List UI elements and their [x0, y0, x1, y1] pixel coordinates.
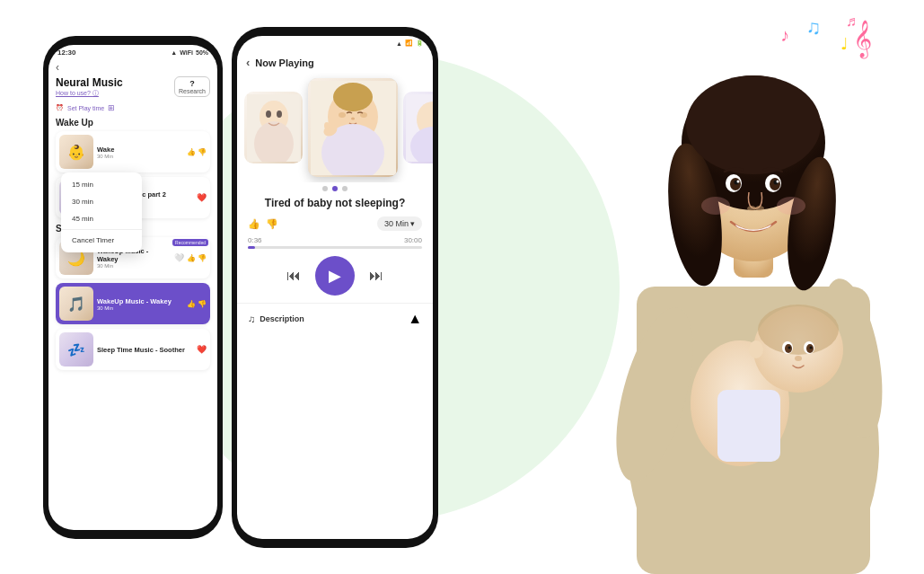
thumbup-sleep1[interactable]: 👍: [187, 254, 196, 262]
svg-point-13: [324, 122, 330, 129]
dropdown-item-15[interactable]: 15 min: [61, 176, 142, 193]
music-note-2: ♫: [806, 16, 822, 40]
track-info-sleep3: Sleep Time Music - Soother: [93, 346, 197, 354]
svg-point-48: [795, 356, 802, 361]
dot-3: [342, 186, 348, 191]
chevron-down-icon: ▾: [410, 219, 415, 228]
svg-rect-50: [717, 390, 780, 462]
album-art-main: [308, 78, 398, 177]
description-row[interactable]: ♫ Description ▲: [237, 303, 433, 331]
track-actions-selected: 👍 👎: [187, 300, 207, 308]
progress-row: 0:36 30:00: [237, 234, 433, 251]
how-to-use-link[interactable]: How to use? ⓘ: [56, 89, 123, 98]
section-wakeup: Wake Up: [56, 118, 210, 128]
thumbup-selected[interactable]: 👍: [187, 300, 196, 308]
current-time: 0:36: [248, 236, 262, 244]
heart-icon-sleep3[interactable]: ❤️: [197, 345, 207, 354]
time-labels: 0:36 30:00: [248, 236, 422, 244]
status-bar-left: 12:30 ▲ WiFi 50%: [48, 45, 217, 58]
dropdown-item-30[interactable]: 30 min: [61, 193, 142, 210]
track-thumb-1: 👶: [59, 135, 93, 169]
thumbdown-icon-1[interactable]: 👎: [198, 148, 207, 156]
heart-icon-2[interactable]: ❤️: [197, 193, 207, 202]
mother-svg: [583, 17, 924, 574]
progress-bar[interactable]: [248, 246, 422, 249]
recommended-badge: Recommended: [172, 239, 208, 246]
right-phone-screen: ▲ 📶 🔋 ‹ Now Playing: [237, 36, 433, 539]
svg-point-38: [777, 197, 805, 215]
track-card-sleep3[interactable]: 💤 Sleep Time Music - Soother ❤️: [56, 329, 210, 370]
skip-back-button[interactable]: ⏮: [286, 268, 301, 284]
track-duration-sleep1: 30 Min: [97, 263, 171, 269]
now-playing-title: Now Playing: [255, 57, 313, 68]
track-thumb-sleep3: 💤: [59, 332, 93, 366]
thumb-icons-sleep1: 👍 👎: [187, 254, 207, 262]
filter-icon: ⊞: [108, 103, 115, 112]
album-art-3: [403, 92, 433, 163]
thumbup-button[interactable]: 👍: [248, 218, 260, 230]
track-card-selected[interactable]: 🎵 WakeUp Music - Wakey 30 Min 👍 👎: [56, 283, 210, 324]
track-thumb-selected: 🎵: [59, 287, 93, 321]
thumbup-icon-1[interactable]: 👍: [187, 148, 196, 156]
filter-bar[interactable]: ⏰ Set Play time ⊞: [56, 103, 210, 112]
album-thumb-left: [244, 92, 303, 163]
left-phone-frame: 12:30 ▲ WiFi 50% ‹ Neural Music How to u…: [43, 36, 223, 539]
dropdown-item-cancel[interactable]: Cancel Timer: [61, 232, 142, 249]
total-time: 30:00: [404, 236, 422, 244]
play-pause-button[interactable]: ▶: [315, 256, 355, 296]
wifi-icon-right: 📶: [405, 40, 413, 47]
baby-image-1: 👶: [59, 135, 93, 169]
play-icon: ▶: [329, 266, 341, 286]
timer-button[interactable]: 30 Min ▾: [377, 216, 422, 231]
signal-icon: ▲: [171, 49, 177, 56]
track-duration-selected: 30 Min: [97, 305, 183, 311]
thumbdown-sleep1[interactable]: 👎: [198, 254, 207, 262]
music-note-desc-icon: ♫: [248, 313, 255, 324]
baby-art-svg-main: [311, 81, 396, 175]
baby-image-sleep3: 💤: [59, 332, 93, 366]
svg-point-49: [749, 340, 763, 358]
dot-2: [332, 186, 338, 191]
chevron-up-icon: ▲: [408, 311, 422, 327]
right-phone-frame: ▲ 📶 🔋 ‹ Now Playing: [232, 27, 438, 548]
time-left: 12:30: [57, 49, 75, 57]
dropdown-divider: [61, 229, 142, 230]
svg-point-34: [777, 181, 779, 183]
skip-forward-button[interactable]: ⏭: [369, 268, 383, 284]
svg-point-4: [277, 110, 282, 118]
back-nav[interactable]: ‹: [48, 58, 217, 76]
left-header: Neural Music How to use? ⓘ ? Research: [56, 76, 210, 98]
back-arrow-right[interactable]: ‹: [246, 56, 250, 69]
carousel-dots: [237, 186, 433, 191]
status-bar-right: ▲ 📶 🔋: [237, 36, 433, 49]
dropdown-item-45[interactable]: 45 min: [61, 210, 142, 227]
battery-icon: 50%: [196, 49, 208, 56]
svg-point-37: [701, 197, 730, 215]
signal-icon-right: ▲: [396, 40, 402, 47]
status-icons-right: ▲ 📶 🔋: [396, 40, 424, 47]
track-actions-1: 👍 👎: [187, 148, 207, 156]
album-thumb-main: [308, 78, 398, 177]
left-phone-screen: 12:30 ▲ WiFi 50% ‹ Neural Music How to u…: [48, 45, 217, 530]
baby-art-svg-1: [247, 94, 301, 162]
svg-point-36: [755, 206, 764, 211]
research-button[interactable]: ? Research: [174, 76, 210, 97]
track-info-selected: WakeUp Music - Wakey 30 Min: [93, 297, 187, 311]
baby-art-svg-3: [406, 94, 434, 162]
music-note-1: ♪: [780, 25, 789, 46]
baby-image-selected: 🎵: [59, 287, 93, 321]
app-title-area: Neural Music How to use? ⓘ: [56, 76, 123, 98]
left-header-area: Neural Music How to use? ⓘ ? Research ⏰ …: [48, 76, 217, 370]
clock-icon: ⏰: [56, 104, 64, 111]
track-actions-sleep3: ❤️: [197, 345, 207, 354]
track-card-wake1[interactable]: 👶 Wake 30 Min 👍 👎: [56, 131, 210, 172]
thumbdown-selected[interactable]: 👎: [198, 300, 207, 308]
track-name-sleep3: Sleep Time Music - Soother: [97, 346, 193, 354]
track-name-1: Wake: [97, 146, 183, 154]
album-art-1: [244, 92, 303, 163]
heart-outline-sleep1[interactable]: 🤍: [174, 253, 184, 262]
svg-point-46: [788, 347, 791, 349]
svg-point-41: [758, 305, 839, 355]
thumbdown-button[interactable]: 👎: [266, 218, 278, 230]
back-arrow-left: ‹: [56, 61, 59, 74]
